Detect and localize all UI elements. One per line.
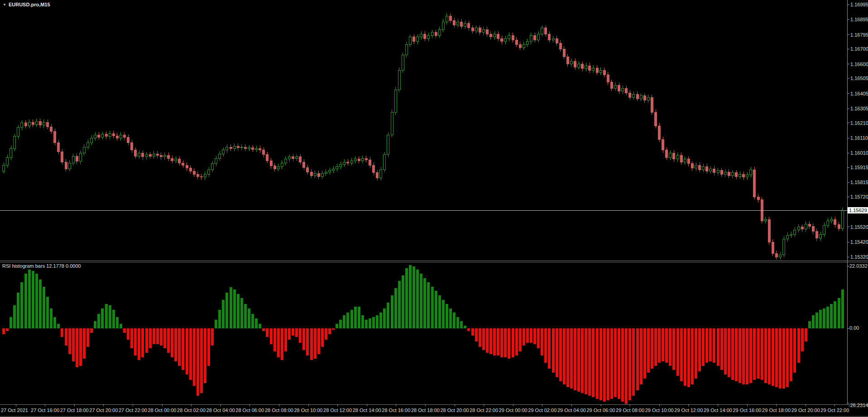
bear-candle xyxy=(699,165,701,170)
histogram-bar-down xyxy=(746,328,748,384)
histogram-bar-up xyxy=(32,271,34,328)
bear-candle xyxy=(105,134,107,137)
histogram-bar-up xyxy=(240,298,243,328)
bull-candle xyxy=(398,70,400,90)
bull-candle xyxy=(277,166,279,169)
histogram-bar-up xyxy=(35,274,38,328)
histogram-bar-down xyxy=(149,328,152,348)
histogram-bar-up xyxy=(438,295,441,328)
bear-candle xyxy=(834,219,836,225)
histogram-bar-down xyxy=(596,328,599,399)
histogram-bar-up xyxy=(248,308,250,328)
histogram-bar-up xyxy=(431,287,434,328)
bear-candle xyxy=(596,68,598,72)
histogram-bar-down xyxy=(709,328,712,361)
price-axis-label: 1.16600 xyxy=(850,61,868,67)
histogram-bar-down xyxy=(779,328,782,389)
bear-candle xyxy=(658,126,661,139)
histogram-bar-down xyxy=(739,328,741,383)
histogram-bar-down xyxy=(321,328,324,347)
histogram-bar-up xyxy=(20,282,23,328)
histogram-bar-down xyxy=(504,328,507,357)
bull-candle xyxy=(336,166,338,169)
histogram-bar-down xyxy=(574,328,576,390)
histogram-bar-down xyxy=(625,328,628,404)
bear-candle xyxy=(625,88,628,93)
bull-candle xyxy=(427,35,430,38)
bull-candle xyxy=(35,121,38,124)
histogram-bar-up xyxy=(372,317,375,328)
histogram-bar-down xyxy=(643,328,646,379)
bull-candle xyxy=(552,38,554,40)
bear-candle xyxy=(545,28,547,34)
histogram-bar-up xyxy=(826,307,829,328)
bull-candle xyxy=(10,148,12,157)
bear-candle xyxy=(460,22,463,26)
histogram-bar-up xyxy=(841,289,844,328)
histogram-bar-up xyxy=(94,321,96,328)
time-axis-label: 29 Oct 20:00 xyxy=(791,408,820,413)
bear-candle xyxy=(270,161,272,166)
bull-candle xyxy=(710,169,712,171)
bull-candle xyxy=(724,172,726,174)
histogram-bar-up xyxy=(464,326,466,328)
histogram-bar-up xyxy=(409,265,412,328)
histogram-bar-up xyxy=(251,314,254,328)
bull-candle xyxy=(794,230,796,234)
bull-candle xyxy=(350,161,353,163)
bull-candle xyxy=(28,122,30,126)
histogram-bar-down xyxy=(493,328,496,355)
time-axis-label: 27 Oct 2021 xyxy=(1,408,28,413)
histogram-bar-up xyxy=(259,324,261,328)
histogram-bar-down xyxy=(163,328,166,348)
bull-candle xyxy=(622,88,624,91)
histogram-bar-up xyxy=(453,313,456,328)
bull-candle xyxy=(739,174,741,176)
histogram-bar-down xyxy=(186,328,188,374)
bear-candle xyxy=(556,38,558,43)
histogram-bar-down xyxy=(61,328,63,337)
time-axis-label: 28 Oct 12:00 xyxy=(323,408,352,413)
bull-candle xyxy=(332,169,335,170)
bear-candle xyxy=(772,242,774,253)
histogram-bar-down xyxy=(145,328,148,353)
bull-candle xyxy=(21,123,23,128)
chart-canvas[interactable] xyxy=(0,0,868,417)
bull-candle xyxy=(797,227,800,230)
bear-candle xyxy=(706,166,708,171)
bear-candle xyxy=(373,165,375,173)
histogram-bar-down xyxy=(467,328,470,331)
bull-candle xyxy=(820,234,822,238)
histogram-bar-down xyxy=(270,328,273,344)
bear-candle xyxy=(643,96,646,100)
bear-candle xyxy=(142,153,144,156)
histogram-bar-up xyxy=(17,293,19,328)
histogram-bar-up xyxy=(376,315,379,328)
bear-candle xyxy=(501,38,503,42)
bull-candle xyxy=(153,154,155,156)
bull-candle xyxy=(541,28,543,34)
histogram-bar-down xyxy=(174,328,177,361)
bear-candle xyxy=(479,28,481,33)
histogram-bar-down xyxy=(79,328,82,366)
histogram-bar-down xyxy=(134,328,137,355)
bear-candle xyxy=(486,29,488,34)
histogram-bar-up xyxy=(446,304,448,328)
histogram-bar-down xyxy=(479,328,481,347)
bull-candle xyxy=(163,155,166,156)
histogram-bar-up xyxy=(379,313,382,328)
bear-candle xyxy=(193,171,195,174)
price-axis-label: 1.16010 xyxy=(850,150,868,156)
current-price-tag: 1.15629 xyxy=(848,207,868,213)
histogram-bar-down xyxy=(621,328,624,402)
histogram-bar-down xyxy=(720,328,723,370)
price-axis-label: 1.15420 xyxy=(850,239,868,245)
bear-candle xyxy=(559,43,561,49)
histogram-bar-down xyxy=(189,328,192,380)
bull-candle xyxy=(83,147,85,153)
chevron-down-icon[interactable]: ▼ xyxy=(3,3,6,7)
histogram-bar-down xyxy=(72,328,75,361)
histogram-bar-down xyxy=(302,328,305,350)
histogram-bar-down xyxy=(292,328,294,336)
time-axis-label: 28 Oct 06:00 xyxy=(235,408,264,413)
